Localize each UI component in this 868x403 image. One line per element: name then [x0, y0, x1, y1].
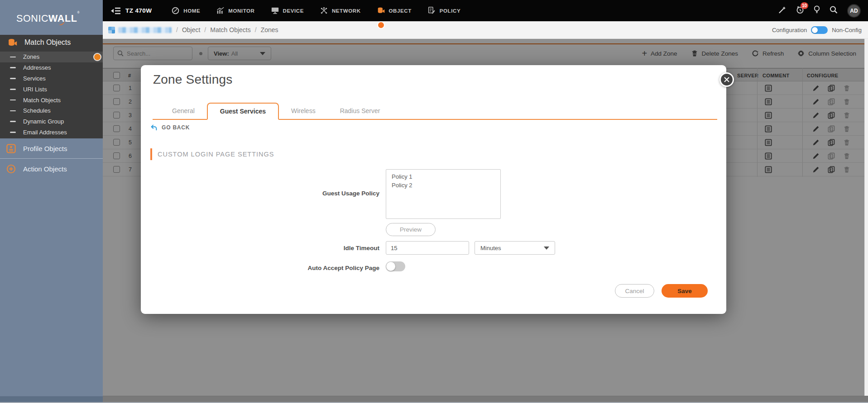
collapse-menu-icon[interactable]: [111, 7, 121, 14]
breadcrumb: / Object / Match Objects / Zones: [176, 26, 278, 33]
sidebar-item-label: Schedules: [23, 107, 51, 114]
tab-general[interactable]: General: [160, 103, 207, 119]
tab-guest-services[interactable]: Guest Services: [207, 103, 279, 120]
action-objects-icon: [6, 164, 16, 174]
sidebar: SONICWALL® Match Objects Zones Addresses…: [0, 0, 103, 403]
policy-option[interactable]: Policy 1: [392, 173, 495, 181]
breadcrumb-separator: /: [255, 26, 257, 33]
timeout-unit-value: Minutes: [480, 245, 501, 251]
dash-icon: [10, 132, 16, 133]
tab-wireless[interactable]: Wireless: [279, 103, 328, 119]
toggle-knob: [812, 27, 818, 33]
user-avatar[interactable]: AD: [847, 4, 861, 18]
nav-item-object[interactable]: OBJECT: [377, 7, 412, 14]
breadcrumb-object[interactable]: Object: [182, 26, 200, 33]
idle-timeout-label: Idle Timeout: [141, 245, 379, 251]
sidebar-group-label: Profile Objects: [23, 145, 67, 152]
cancel-button[interactable]: Cancel: [615, 284, 654, 298]
lightbulb-icon[interactable]: [814, 5, 820, 16]
breadcrumb-match-objects[interactable]: Match Objects: [210, 26, 250, 33]
auto-accept-toggle[interactable]: [386, 261, 405, 271]
notification-badge: 10: [801, 2, 808, 9]
policy-icon: [428, 7, 436, 14]
sidebar-item-profile-objects[interactable]: Profile Objects: [0, 138, 103, 159]
toggle-knob: [386, 262, 395, 271]
policy-option[interactable]: Policy 2: [392, 181, 495, 190]
nav-label: HOME: [183, 8, 200, 14]
sidebar-item-label: Services: [23, 75, 46, 82]
save-button[interactable]: Save: [662, 284, 708, 298]
nav-label: POLICY: [440, 8, 460, 14]
sidebar-group-label: Action Objects: [23, 165, 67, 173]
redacted-firewall-name: [118, 27, 172, 33]
sidebar-item-uri-lists[interactable]: URI Lists: [0, 84, 103, 95]
sidebar-item-action-objects[interactable]: Action Objects: [0, 159, 103, 179]
monitor-icon: [216, 7, 224, 14]
sidebar-item-dynamic-group[interactable]: Dynamic Group: [0, 116, 103, 127]
network-icon: [320, 7, 328, 14]
go-back-label: GO BACK: [162, 124, 190, 131]
sonicwall-logo: SONICWALL®: [0, 0, 103, 35]
active-nav-dot: [378, 22, 384, 28]
breadcrumb-zones[interactable]: Zones: [261, 26, 278, 33]
object-icon: [377, 7, 385, 14]
nav-item-network[interactable]: NETWORK: [320, 7, 361, 14]
sidebar-item-label: Email Addresses: [23, 129, 67, 136]
home-icon: [172, 7, 179, 14]
registered-mark: ®: [77, 11, 80, 14]
nav-item-home[interactable]: HOME: [172, 7, 200, 14]
section-title: CUSTOM LOGIN PAGE SETTINGS: [158, 151, 274, 158]
sidebar-item-match-objects[interactable]: Match Objects: [0, 95, 103, 105]
back-arrow-icon: [150, 124, 158, 131]
config-mode-toggle[interactable]: [811, 26, 828, 34]
close-icon: [724, 77, 729, 82]
idle-timeout-input[interactable]: [386, 241, 469, 255]
top-nav-menu: HOME MONITOR DEVICE NETWORK OBJECT POLIC…: [172, 7, 460, 14]
device-name[interactable]: TZ 470W: [125, 7, 152, 14]
nav-label: NETWORK: [332, 8, 361, 14]
dash-icon: [10, 67, 16, 68]
dash-icon: [10, 100, 16, 101]
sidebar-section-title: Match Objects: [24, 38, 71, 47]
sidebar-item-label: Match Objects: [23, 97, 61, 104]
go-back-link[interactable]: GO BACK: [150, 124, 190, 131]
nav-label: DEVICE: [283, 8, 304, 14]
breadcrumb-separator: /: [204, 26, 206, 33]
active-item-dot: [94, 54, 101, 60]
breadcrumb-separator: /: [176, 26, 178, 33]
section-accent-bar: [150, 148, 152, 160]
nav-label: MONITOR: [228, 8, 254, 14]
nav-item-device[interactable]: DEVICE: [271, 7, 304, 14]
dash-icon: [10, 78, 16, 79]
top-nav: TZ 470W HOME MONITOR DEVICE NETWORK OBJE…: [103, 0, 868, 21]
profile-objects-icon: [6, 144, 16, 153]
zone-settings-modal: Zone Settings General Guest Services Wir…: [141, 65, 726, 314]
sidebar-match-objects-section: Match Objects Zones Addresses Services U…: [0, 35, 103, 138]
sidebar-section-header[interactable]: Match Objects: [0, 35, 103, 50]
wand-icon[interactable]: [778, 5, 786, 16]
sidebar-item-zones[interactable]: Zones: [0, 52, 103, 62]
tab-radius-server[interactable]: Radius Server: [328, 103, 393, 119]
sidebar-item-label: Zones: [23, 53, 39, 60]
sidebar-item-services[interactable]: Services: [0, 73, 103, 84]
sonicwall-app: SONICWALL® Match Objects Zones Addresses…: [0, 0, 868, 403]
sidebar-item-addresses[interactable]: Addresses: [0, 62, 103, 73]
guest-usage-policy-listbox[interactable]: Policy 1 Policy 2: [386, 169, 501, 219]
auto-accept-label: Auto Accept Policy Page: [141, 265, 379, 271]
scrollbar[interactable]: [864, 39, 868, 396]
preview-button[interactable]: Preview: [386, 223, 436, 236]
configuration-label: Configuration: [772, 27, 807, 33]
close-button[interactable]: [719, 72, 734, 87]
firewall-icon: [108, 27, 115, 33]
modal-title: Zone Settings: [153, 72, 232, 87]
notifications-icon[interactable]: 10: [796, 5, 804, 16]
guest-usage-policy-label: Guest Usage Policy: [141, 190, 379, 197]
dash-icon: [10, 110, 16, 112]
sidebar-item-label: Addresses: [23, 64, 51, 71]
timeout-unit-dropdown[interactable]: Minutes: [475, 241, 555, 255]
nav-item-policy[interactable]: POLICY: [428, 7, 460, 14]
sidebar-item-email-addresses[interactable]: Email Addresses: [0, 127, 103, 138]
sidebar-item-schedules[interactable]: Schedules: [0, 105, 103, 116]
search-icon[interactable]: [830, 5, 838, 16]
nav-item-monitor[interactable]: MONITOR: [216, 7, 254, 14]
